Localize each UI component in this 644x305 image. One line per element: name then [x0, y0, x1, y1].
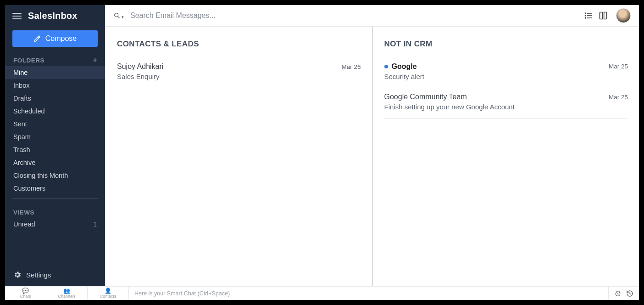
folder-item[interactable]: Mine: [5, 66, 105, 79]
message-item[interactable]: GoogleMar 25Security alert: [384, 58, 628, 88]
channels-icon: 👥: [63, 288, 70, 294]
reading-view-icon[interactable]: [599, 11, 608, 20]
bottom-tab-label: Channels: [58, 294, 75, 299]
folder-item[interactable]: Inbox: [5, 79, 105, 92]
history-icon[interactable]: [626, 290, 633, 297]
bottom-bar: 💬Chats👥Channels👤Contacts: [5, 286, 639, 300]
contacts-leads-column: CONTACTS & LEADS Sujoy AdhikariMar 26Sal…: [105, 27, 372, 286]
list-view-icon[interactable]: [584, 11, 593, 20]
folders-header: FOLDERS: [13, 57, 44, 64]
chats-icon: 💬: [22, 288, 29, 294]
app-brand: SalesInbox: [28, 11, 78, 21]
compose-label: Compose: [45, 34, 77, 43]
message-date: Mar 25: [609, 63, 628, 70]
folder-item[interactable]: Customers: [5, 182, 105, 195]
column-title: NOT IN CRM: [384, 40, 628, 49]
topbar: ▾: [105, 5, 639, 27]
settings-button[interactable]: Settings: [5, 271, 105, 286]
svg-point-6: [585, 15, 586, 16]
folder-item[interactable]: Archive: [5, 156, 105, 169]
folder-item[interactable]: Closing this Month: [5, 169, 105, 182]
user-avatar[interactable]: [616, 8, 631, 23]
unread-dot-icon: [384, 65, 388, 68]
message-item[interactable]: Google Community TeamMar 25Finish settin…: [384, 88, 628, 119]
compose-button[interactable]: Compose: [12, 30, 98, 47]
column-title: CONTACTS & LEADS: [117, 40, 361, 49]
add-folder-icon[interactable]: +: [93, 56, 98, 64]
svg-point-7: [585, 17, 586, 18]
gear-icon: [13, 271, 22, 279]
smart-chat-input[interactable]: [134, 290, 603, 297]
menu-icon[interactable]: [12, 13, 22, 19]
message-date: Mar 26: [341, 63, 361, 70]
message-item[interactable]: Sujoy AdhikariMar 26Sales Enquiry: [117, 58, 361, 88]
reminder-icon[interactable]: [614, 290, 622, 297]
bottom-tab[interactable]: 👤Contacts: [88, 287, 129, 300]
message-subject: Sales Enquiry: [117, 73, 361, 80]
divider: [12, 198, 98, 199]
sidebar: SalesInbox Compose FOLDERS + MineInboxDr…: [5, 5, 105, 286]
folder-item[interactable]: Spam: [5, 130, 105, 143]
views-header: VIEWS: [13, 209, 34, 216]
folder-item[interactable]: Drafts: [5, 92, 105, 105]
view-label: Unread: [13, 220, 35, 228]
search-dropdown-icon[interactable]: ▾: [122, 15, 124, 19]
message-sender: Google Community Team: [384, 93, 467, 101]
bottom-tab-label: Contacts: [100, 294, 117, 299]
folder-item[interactable]: Sent: [5, 118, 105, 130]
folder-item[interactable]: Scheduled: [5, 105, 105, 118]
message-date: Mar 25: [609, 94, 628, 101]
view-count: 1: [93, 220, 97, 228]
message-subject: Security alert: [384, 73, 628, 80]
search-input[interactable]: [128, 9, 579, 23]
bottom-tab[interactable]: 💬Chats: [5, 287, 46, 300]
contacts-icon: 👤: [105, 288, 111, 294]
svg-line-1: [118, 17, 119, 18]
message-sender: Sujoy Adhikari: [117, 62, 163, 71]
svg-point-0: [115, 13, 118, 17]
settings-label: Settings: [26, 271, 51, 279]
compose-icon: [33, 35, 41, 42]
folder-item[interactable]: Trash: [5, 143, 105, 156]
bottom-tab-label: Chats: [20, 294, 31, 299]
svg-point-5: [585, 13, 586, 14]
not-in-crm-column: NOT IN CRM GoogleMar 25Security alertGoo…: [372, 27, 639, 286]
message-sender: Google: [392, 62, 417, 71]
bottom-tab[interactable]: 👥Channels: [46, 287, 88, 300]
view-item[interactable]: Unread1: [5, 218, 105, 231]
search-icon[interactable]: [113, 12, 121, 19]
message-subject: Finish setting up your new Google Accoun…: [384, 103, 628, 111]
